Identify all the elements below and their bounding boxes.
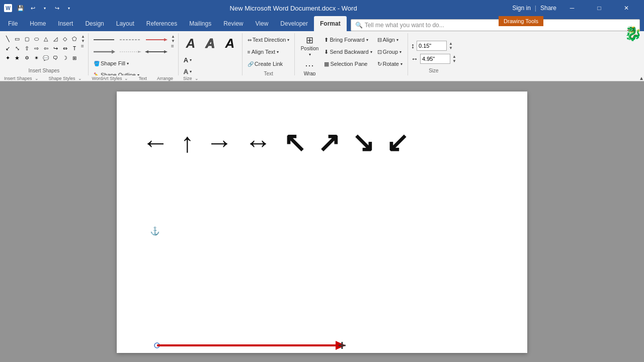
undo-arrow[interactable]: ▾ bbox=[39, 3, 50, 14]
text-expand[interactable]: Text bbox=[138, 76, 147, 81]
send-backward-arrow[interactable]: ▾ bbox=[370, 50, 372, 54]
shape-star8[interactable]: ✴ bbox=[32, 53, 41, 62]
sign-in-button[interactable]: Sign in bbox=[512, 5, 531, 12]
shape-rtriangle[interactable]: ◿ bbox=[51, 34, 60, 43]
rotate-arrow[interactable]: ▾ bbox=[400, 62, 403, 66]
height-up[interactable]: ▲ bbox=[449, 41, 453, 46]
shape-edit-text[interactable]: T bbox=[70, 44, 79, 53]
shape-pentagon[interactable]: ⬠ bbox=[70, 34, 79, 43]
ribbon-collapse[interactable]: ▲ bbox=[639, 75, 644, 81]
height-icon: ↕ bbox=[411, 42, 415, 50]
height-down[interactable]: ▼ bbox=[449, 46, 453, 50]
undo-button[interactable]: ↩ bbox=[27, 3, 38, 14]
width-down[interactable]: ▼ bbox=[452, 59, 456, 63]
styles-expand[interactable]: ≡ bbox=[171, 43, 175, 49]
shapes-scroll-down[interactable]: ▼ bbox=[81, 39, 85, 43]
bring-forward-button[interactable]: ⬆ Bring Forward ▾ bbox=[322, 34, 374, 45]
shape-callout1[interactable]: 💬 bbox=[41, 53, 50, 62]
shape-styles-expand[interactable]: Shape Styles ⌄ bbox=[49, 76, 82, 81]
size-expand[interactable]: Size ⌄ bbox=[183, 76, 199, 81]
group-button[interactable]: ⊡ Group ▾ bbox=[375, 46, 405, 57]
tab-references[interactable]: References bbox=[140, 16, 183, 31]
width-up[interactable]: ▲ bbox=[452, 54, 456, 59]
tab-insert[interactable]: Insert bbox=[52, 16, 79, 31]
tab-home[interactable]: Home bbox=[24, 16, 52, 31]
tab-review[interactable]: Review bbox=[217, 16, 249, 31]
styles-up[interactable]: ▲ bbox=[171, 34, 175, 39]
create-link-button[interactable]: 🔗 Create Link bbox=[246, 58, 292, 69]
shape-more[interactable]: ⊞ bbox=[70, 53, 79, 62]
direction-arrow[interactable]: ▾ bbox=[287, 38, 289, 42]
tab-file[interactable]: File bbox=[2, 16, 24, 31]
align-text-button[interactable]: ≡ Align Text ▾ bbox=[246, 46, 292, 57]
position-button[interactable]: ⊞ Position ▾ bbox=[299, 34, 320, 58]
shape-rect[interactable]: ▭ bbox=[13, 34, 22, 43]
document-area[interactable]: ← ↑ → ↔ ↖ ↗ ↘ ↙ ⚓ ✛ bbox=[0, 81, 644, 362]
shape-block-right[interactable]: ⇨ bbox=[32, 44, 41, 53]
style-sample-1[interactable] bbox=[92, 34, 117, 45]
style-sample-6[interactable] bbox=[144, 46, 169, 57]
tab-design[interactable]: Design bbox=[79, 16, 110, 31]
shape-double-arrow[interactable]: ⇔ bbox=[60, 44, 69, 53]
height-input[interactable] bbox=[417, 41, 447, 51]
restore-button[interactable]: □ bbox=[588, 0, 611, 16]
shape-triangle[interactable]: △ bbox=[41, 34, 50, 43]
text-fill-button[interactable]: A ▾ bbox=[182, 54, 194, 65]
share-button[interactable]: Share bbox=[540, 5, 556, 12]
shape-star5[interactable]: ★ bbox=[13, 53, 22, 62]
tab-layout[interactable]: Layout bbox=[110, 16, 140, 31]
text-outline-arrow[interactable]: ▾ bbox=[190, 69, 192, 74]
shape-arrow-2[interactable]: ⤡ bbox=[13, 44, 22, 53]
tab-format[interactable]: Format bbox=[314, 16, 347, 31]
shape-fill-button[interactable]: 🪣 Shape Fill ▾ bbox=[92, 58, 175, 69]
text-direction-button[interactable]: ⇔ Text Direction ▾ bbox=[246, 34, 292, 45]
wordart-expand[interactable]: WordArt Styles ⌄ bbox=[92, 76, 129, 81]
shape-star4[interactable]: ✦ bbox=[3, 53, 12, 62]
align-arrow[interactable]: ▾ bbox=[277, 50, 279, 54]
shape-callout2[interactable]: 🗨 bbox=[51, 53, 60, 62]
style-sample-3[interactable] bbox=[144, 34, 169, 45]
shape-oval[interactable]: ⬭ bbox=[32, 34, 41, 43]
shape-line[interactable]: ╲ bbox=[3, 34, 12, 43]
shape-arrow-bl[interactable]: ↙ bbox=[3, 44, 12, 53]
shapes-scroll-up[interactable]: ▲ bbox=[81, 34, 85, 39]
close-button[interactable]: ✕ bbox=[615, 0, 638, 16]
tell-me-search[interactable]: 🔍 Tell me what you want to do... bbox=[351, 19, 640, 31]
shape-diamond[interactable]: ◇ bbox=[60, 34, 69, 43]
wordart-plain[interactable]: A bbox=[182, 34, 200, 52]
insert-shapes-expand[interactable]: Insert Shapes ⌄ bbox=[4, 76, 39, 81]
style-sample-2[interactable] bbox=[118, 34, 143, 45]
red-arrow-shape[interactable]: ✛ bbox=[157, 338, 358, 359]
redo-button[interactable]: ↪ bbox=[51, 3, 62, 14]
group-arrow[interactable]: ▾ bbox=[399, 50, 401, 54]
customize-qs-button[interactable]: ▾ bbox=[63, 3, 74, 14]
position-arrow[interactable]: ▾ bbox=[309, 52, 311, 57]
send-backward-button[interactable]: ⬇ Send Backward ▾ bbox=[322, 46, 374, 57]
align-arrange-arrow[interactable]: ▾ bbox=[396, 38, 398, 42]
rotate-button[interactable]: ↻ Rotate ▾ bbox=[375, 58, 405, 69]
arrange-expand[interactable]: Arrange bbox=[157, 76, 173, 81]
shape-curved[interactable]: ↪ bbox=[51, 44, 60, 53]
tab-mailings[interactable]: Mailings bbox=[183, 16, 217, 31]
style-sample-5[interactable] bbox=[118, 46, 143, 57]
tab-developer[interactable]: Developer bbox=[274, 16, 314, 31]
shape-block-arrow[interactable]: ⇧ bbox=[22, 44, 31, 53]
align-button[interactable]: ⊟ Align ▾ bbox=[375, 34, 405, 45]
wordart-outlined[interactable]: A bbox=[201, 34, 219, 52]
minimize-button[interactable]: ─ bbox=[560, 0, 584, 16]
wordart-dark[interactable]: A bbox=[221, 34, 239, 52]
selection-pane-button[interactable]: ▦ Selection Pane bbox=[322, 58, 374, 69]
shape-rounded-rect[interactable]: ▢ bbox=[22, 34, 31, 43]
bring-forward-arrow[interactable]: ▾ bbox=[366, 38, 368, 42]
shape-block-left[interactable]: ⇦ bbox=[41, 44, 50, 53]
fill-dropdown-arrow[interactable]: ▾ bbox=[127, 61, 129, 66]
styles-down[interactable]: ▼ bbox=[171, 39, 175, 43]
width-input[interactable] bbox=[420, 54, 450, 64]
shape-star6[interactable]: ✡ bbox=[22, 53, 31, 62]
tab-view[interactable]: View bbox=[250, 16, 275, 31]
style-sample-4[interactable] bbox=[92, 46, 117, 57]
text-fill-arrow[interactable]: ▾ bbox=[190, 58, 192, 62]
shapes-expand[interactable]: ≡ bbox=[81, 43, 85, 49]
shape-moon[interactable]: ☽ bbox=[60, 53, 69, 62]
save-button[interactable]: 💾 bbox=[15, 3, 26, 14]
